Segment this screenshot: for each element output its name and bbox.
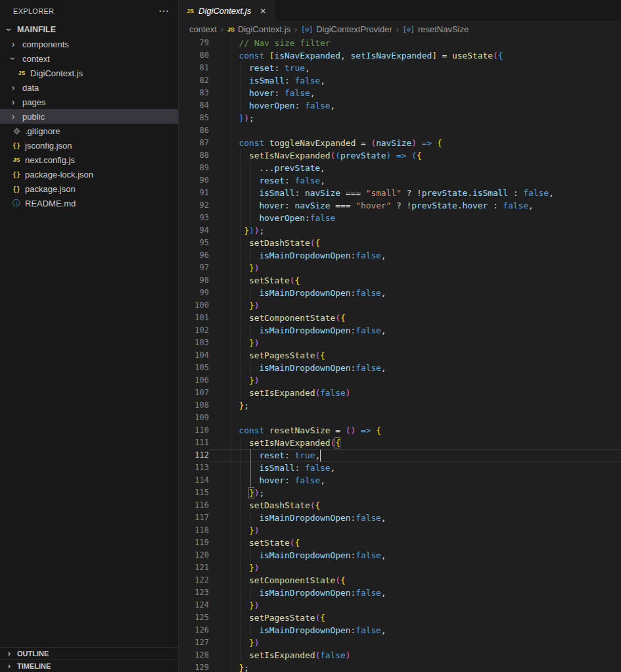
code-line[interactable]: 99 isMainDropdownOpen:false,: [179, 287, 621, 299]
line-number[interactable]: 109: [179, 412, 209, 424]
line-number[interactable]: 86: [179, 124, 209, 137]
code-line[interactable]: 129 };: [179, 661, 621, 672]
line-number[interactable]: 128: [179, 649, 209, 661]
close-icon[interactable]: ✕: [260, 7, 266, 16]
line-number[interactable]: 116: [179, 499, 209, 512]
code-line[interactable]: 127 }): [179, 636, 621, 649]
line-number[interactable]: 126: [179, 624, 209, 636]
line-number[interactable]: 113: [179, 462, 209, 474]
code-line[interactable]: 94 }));: [179, 224, 621, 237]
line-number[interactable]: 85: [179, 112, 209, 124]
code-line[interactable]: 86: [179, 124, 621, 137]
code-line[interactable]: 106 }): [179, 374, 621, 387]
tree-item-jsconfig-json[interactable]: {}jsconfig.json: [0, 138, 178, 153]
code-line[interactable]: 105 isMainDropdownOpen:false,: [179, 362, 621, 374]
code-line[interactable]: 124 }): [179, 599, 621, 612]
tree-item-components[interactable]: ›components: [0, 37, 178, 51]
code-line[interactable]: 84 hoverOpen: false,: [179, 99, 621, 112]
line-number[interactable]: 90: [179, 174, 209, 187]
breadcrumb-resetnavsize[interactable]: [⊘]resetNavSize: [403, 24, 469, 34]
line-number[interactable]: 102: [179, 324, 209, 337]
line-number[interactable]: 95: [179, 237, 209, 249]
code-line[interactable]: 121 }): [179, 562, 621, 574]
line-number[interactable]: 88: [179, 149, 209, 162]
line-number[interactable]: 99: [179, 287, 209, 299]
line-number[interactable]: 111: [179, 437, 209, 449]
line-number[interactable]: 84: [179, 99, 209, 112]
code-line[interactable]: 89 ...prevState,: [179, 162, 621, 174]
tree-item-pages[interactable]: ›pages: [0, 95, 178, 109]
tree-item-digicontext-js[interactable]: JSDigiContext.js: [0, 66, 178, 80]
line-number[interactable]: 103: [179, 337, 209, 349]
code-line[interactable]: 96 isMainDropdownOpen:false,: [179, 249, 621, 262]
code-line[interactable]: 110 const resetNavSize = () => {: [179, 424, 621, 437]
code-line[interactable]: 117 isMainDropdownOpen:false,: [179, 512, 621, 524]
line-number[interactable]: 83: [179, 87, 209, 99]
code-line[interactable]: 88 setIsNavExpanded((prevState) => ({: [179, 149, 621, 162]
line-number[interactable]: 115: [179, 487, 209, 499]
line-number[interactable]: 80: [179, 49, 209, 62]
line-number[interactable]: 120: [179, 549, 209, 562]
code-editor[interactable]: 79 // Nav size filter80 const [isNavExpa…: [179, 37, 621, 672]
tab-digicontext[interactable]: JS DigiContext.js ✕: [179, 0, 275, 22]
code-line[interactable]: 115 });: [179, 487, 621, 499]
line-number[interactable]: 89: [179, 162, 209, 174]
code-line[interactable]: 97 }): [179, 262, 621, 274]
line-number[interactable]: 92: [179, 199, 209, 212]
tree-item-package-json[interactable]: {}package.json: [0, 181, 178, 196]
tree-item-context[interactable]: ›context: [0, 51, 178, 66]
tree-item-readme-md[interactable]: ⓘREADME.md: [0, 196, 178, 210]
line-number[interactable]: 105: [179, 362, 209, 374]
line-number[interactable]: 108: [179, 399, 209, 412]
line-number[interactable]: 118: [179, 524, 209, 537]
line-number[interactable]: 104: [179, 349, 209, 362]
tree-item-public[interactable]: ›public: [0, 109, 178, 124]
line-number[interactable]: 122: [179, 574, 209, 587]
tree-item-data[interactable]: ›data: [0, 80, 178, 95]
code-line[interactable]: 125 setPagesState({: [179, 612, 621, 624]
code-line[interactable]: 90 reset: false,: [179, 174, 621, 187]
code-line[interactable]: 116 setDashState({: [179, 499, 621, 512]
line-number[interactable]: 106: [179, 374, 209, 387]
code-line[interactable]: 118 }): [179, 524, 621, 537]
code-line[interactable]: 126 isMainDropdownOpen:false,: [179, 624, 621, 636]
code-line[interactable]: 104 setPagesState({: [179, 349, 621, 362]
code-line[interactable]: 120 isMainDropdownOpen:false,: [179, 549, 621, 562]
code-line[interactable]: 81 reset: true,: [179, 62, 621, 74]
code-viewport[interactable]: 79 // Nav size filter80 const [isNavExpa…: [179, 37, 621, 672]
line-number[interactable]: 97: [179, 262, 209, 274]
code-line[interactable]: 112 reset: true,: [179, 449, 621, 462]
code-line[interactable]: 91 isSmall: navSize === "small" ? !prevS…: [179, 187, 621, 199]
line-number[interactable]: 94: [179, 224, 209, 237]
line-number[interactable]: 114: [179, 474, 209, 487]
line-number[interactable]: 101: [179, 312, 209, 324]
line-number[interactable]: 81: [179, 62, 209, 74]
line-number[interactable]: 82: [179, 74, 209, 87]
line-number[interactable]: 91: [179, 187, 209, 199]
line-number[interactable]: 123: [179, 587, 209, 599]
code-line[interactable]: 80 const [isNavExpanded, setIsNavExpande…: [179, 49, 621, 62]
line-number[interactable]: 87: [179, 137, 209, 149]
line-number[interactable]: 125: [179, 612, 209, 624]
code-line[interactable]: 103 }): [179, 337, 621, 349]
code-line[interactable]: 111 setIsNavExpanded({: [179, 437, 621, 449]
tree-item-next-config-js[interactable]: JSnext.config.js: [0, 153, 178, 167]
panel-outline[interactable]: ›OUTLINE: [0, 647, 178, 660]
code-line[interactable]: 85 });: [179, 112, 621, 124]
code-line[interactable]: 114 hover: false,: [179, 474, 621, 487]
code-line[interactable]: 100 }): [179, 299, 621, 312]
breadcrumb-context[interactable]: context: [189, 24, 217, 34]
line-number[interactable]: 79: [179, 37, 209, 49]
line-number[interactable]: 100: [179, 299, 209, 312]
code-line[interactable]: 93 hoverOpen:false: [179, 212, 621, 224]
code-line[interactable]: 107 setIsExpanded(false): [179, 387, 621, 399]
line-number[interactable]: 98: [179, 274, 209, 287]
panel-timeline[interactable]: ›TIMELINE: [0, 660, 178, 672]
code-line[interactable]: 82 isSmall: false,: [179, 74, 621, 87]
tree-root-folder[interactable]: › MAINFILE: [0, 22, 178, 37]
code-line[interactable]: 119 setState({: [179, 537, 621, 549]
explorer-sidebar[interactable]: EXPLORER ⋯ › MAINFILE ›components›contex…: [0, 0, 178, 672]
line-number[interactable]: 119: [179, 537, 209, 549]
code-line[interactable]: 123 isMainDropdownOpen:false,: [179, 587, 621, 599]
code-line[interactable]: 95 setDashState({: [179, 237, 621, 249]
